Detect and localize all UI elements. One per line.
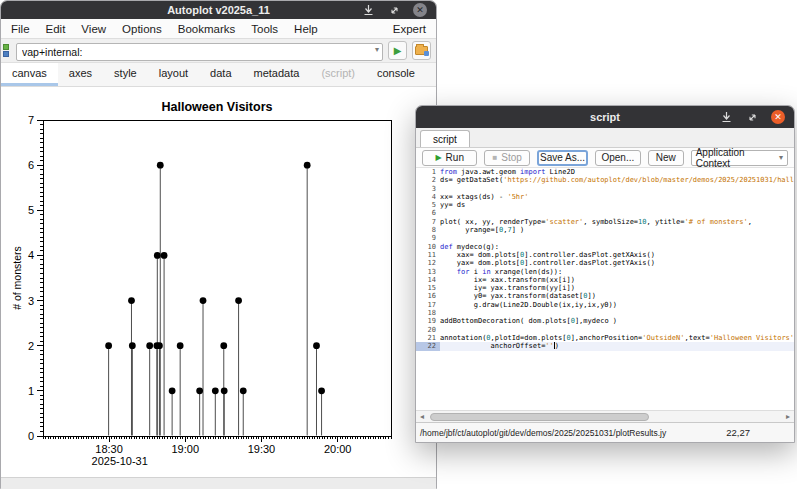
close-icon[interactable]: ✕: [413, 3, 427, 17]
plot-canvas[interactable]: Halloween Visitors# of monsters012345671…: [1, 87, 436, 477]
minimize-icon[interactable]: [719, 110, 733, 124]
code-line[interactable]: 16 y0= yax.transform(dataset[0]): [416, 292, 794, 300]
line-number: 19: [416, 317, 440, 325]
scroll-left-icon[interactable]: ◂: [416, 412, 428, 421]
code-line[interactable]: 15 iy= yax.transform(yy[i]): [416, 284, 794, 292]
code-text: yrange=[0,7] ): [440, 226, 794, 234]
code-text: yy= ds: [440, 201, 794, 209]
data-point: [221, 387, 228, 394]
code-text: plot( xx, yy, renderType='scatter', symb…: [440, 218, 794, 226]
tab-data[interactable]: data: [199, 63, 242, 86]
tab-layout[interactable]: layout: [148, 63, 199, 86]
application-context-select[interactable]: Application Context ▾: [691, 150, 788, 166]
menu-item-help[interactable]: Help: [286, 21, 326, 37]
y-tick-label: 0: [28, 430, 34, 442]
code-line[interactable]: 6: [416, 209, 794, 217]
code-line[interactable]: 3: [416, 185, 794, 193]
y-tick-label: 6: [28, 159, 34, 171]
line-number: 15: [416, 284, 440, 292]
code-text: yax= dom.plots[0].controller.dasPlot.get…: [440, 259, 794, 267]
menu-item-bookmarks[interactable]: Bookmarks: [170, 21, 244, 37]
main-titlebar[interactable]: Autoplot v2025a_11 ✕: [1, 1, 436, 19]
code-line[interactable]: 10def mydeco(g):: [416, 243, 794, 251]
horizontal-scrollbar[interactable]: ◂ ▸: [416, 410, 794, 422]
data-point: [240, 387, 247, 394]
code-text: anchorOffset=''): [440, 342, 794, 350]
tab-axes[interactable]: axes: [58, 63, 103, 86]
code-line[interactable]: 1from java.awt.geom import Line2D: [416, 168, 794, 176]
line-number: 14: [416, 276, 440, 284]
datasource-type-icon[interactable]: [3, 44, 11, 57]
maximize-icon[interactable]: [745, 110, 759, 124]
code-line[interactable]: 20: [416, 326, 794, 334]
line-number: 16: [416, 292, 440, 300]
code-line[interactable]: 18: [416, 309, 794, 317]
line-number: 22: [416, 342, 440, 350]
line-number: 12: [416, 259, 440, 267]
tab-script[interactable]: (script): [310, 63, 366, 86]
uri-dropdown-icon[interactable]: ▾: [375, 45, 379, 54]
code-line[interactable]: 8 yrange=[0,7] ): [416, 226, 794, 234]
code-line[interactable]: 19addBottomDecoration( dom.plots[0],myde…: [416, 317, 794, 325]
main-menubar: FileEditViewOptionsBookmarksToolsHelp Ex…: [1, 19, 436, 39]
code-line[interactable]: 13 for i in xrange(len(ds)):: [416, 268, 794, 276]
code-line[interactable]: 21annotation(0,plotId=dom.plots[0],ancho…: [416, 334, 794, 342]
code-line[interactable]: 17 g.draw(Line2D.Double(ix,iy,ix,y0)): [416, 301, 794, 309]
menu-item-file[interactable]: File: [3, 21, 38, 37]
data-point: [318, 387, 325, 394]
code-line[interactable]: 11 xax= dom.plots[0].controller.dasPlot.…: [416, 251, 794, 259]
code-line[interactable]: 4xx= xtags(ds) - '5hr': [416, 193, 794, 201]
tab-canvas[interactable]: canvas: [1, 63, 58, 86]
code-line[interactable]: 5yy= ds: [416, 201, 794, 209]
run-icon: ▶: [435, 153, 441, 162]
x-tick-label: 20:00: [324, 443, 352, 455]
code-text: iy= yax.transform(yy[i]): [440, 284, 794, 292]
scroll-right-icon[interactable]: ▸: [782, 412, 794, 421]
menu-item-view[interactable]: View: [73, 21, 114, 37]
tab-metadata[interactable]: metadata: [243, 63, 311, 86]
data-point: [304, 162, 311, 169]
save-as-button[interactable]: Save As...: [537, 150, 588, 166]
stop-button[interactable]: ■ Stop: [484, 150, 530, 166]
uri-input[interactable]: [16, 43, 383, 61]
line-number: 6: [416, 209, 440, 217]
line-number: 10: [416, 243, 440, 251]
code-line[interactable]: 7plot( xx, yy, renderType='scatter', sym…: [416, 218, 794, 226]
code-text: [440, 309, 794, 317]
tab-script[interactable]: script: [420, 130, 470, 147]
folder-icon: [415, 46, 428, 55]
maximize-icon[interactable]: [387, 3, 401, 17]
line-number: 21: [416, 334, 440, 342]
expert-mode-label[interactable]: Expert: [385, 21, 434, 37]
new-button[interactable]: New: [648, 150, 684, 166]
minimize-icon[interactable]: [361, 3, 375, 17]
tab-style[interactable]: style: [103, 63, 148, 86]
line-number: 7: [416, 218, 440, 226]
code-editor[interactable]: 1from java.awt.geom import Line2D2ds= ge…: [416, 168, 794, 410]
menu-item-edit[interactable]: Edit: [38, 21, 74, 37]
code-line[interactable]: 14 ix= xax.transform(xx[i]): [416, 276, 794, 284]
address-bar: ▾ ▶: [1, 39, 436, 63]
menu-item-options[interactable]: Options: [114, 21, 170, 37]
inspect-uri-button[interactable]: [412, 41, 431, 60]
script-titlebar[interactable]: script ✕: [416, 106, 794, 128]
tab-console[interactable]: console: [366, 63, 426, 86]
code-line[interactable]: 12 yax= dom.plots[0].controller.dasPlot.…: [416, 259, 794, 267]
line-number: 17: [416, 301, 440, 309]
run-button[interactable]: ▶ Run: [422, 150, 477, 166]
file-path: /home/jbf/ct/autoplot/git/dev/demos/2025…: [420, 428, 666, 438]
data-point: [200, 297, 207, 304]
code-line[interactable]: 22 anchorOffset=''): [416, 342, 794, 350]
y-tick-label: 7: [28, 114, 34, 126]
scrollbar-track[interactable]: [428, 413, 782, 421]
line-number: 4: [416, 193, 440, 201]
scrollbar-thumb[interactable]: [430, 413, 649, 421]
go-button[interactable]: ▶: [388, 41, 407, 60]
code-line[interactable]: 2ds= getDataSet('https://github.com/auto…: [416, 176, 794, 184]
menu-item-tools[interactable]: Tools: [243, 21, 286, 37]
code-line[interactable]: 9: [416, 234, 794, 242]
code-text: [440, 234, 794, 242]
close-icon[interactable]: ✕: [771, 110, 785, 124]
open-button[interactable]: Open...: [595, 150, 641, 166]
code-text: xx= xtags(ds) - '5hr': [440, 193, 794, 201]
